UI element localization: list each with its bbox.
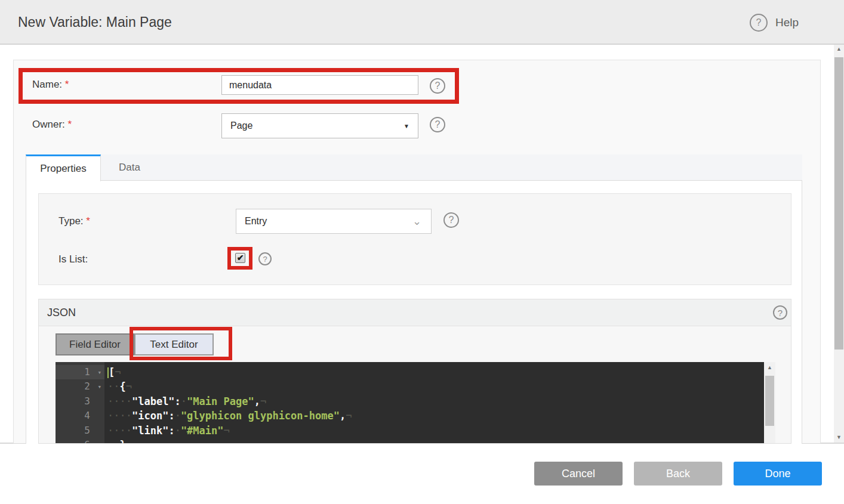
owner-help-icon[interactable]: ? <box>430 117 445 132</box>
type-label: Type: * <box>58 215 90 227</box>
line-number: 1▾ <box>56 365 104 379</box>
type-select[interactable]: Entry ⌄ <box>236 209 432 234</box>
code-text: ··} <box>104 438 126 443</box>
scroll-up-icon[interactable]: ▲ <box>834 45 844 53</box>
editor-scrollbar-thumb[interactable] <box>765 376 774 426</box>
code-line-5[interactable]: 5····"link":·"#Main"¬ <box>56 423 764 438</box>
field-editor-button[interactable]: Field Editor <box>56 333 134 355</box>
dialog-header: New Variable: Main Page ? Help <box>0 0 844 45</box>
json-group: JSON ? Field Editor Text Editor 1▾[¬2▾··… <box>38 299 791 444</box>
question-circle-icon: ? <box>750 14 768 32</box>
is-list-label: Is List: <box>58 253 88 265</box>
tab-bar: Properties Data <box>26 154 802 181</box>
json-code-editor[interactable]: 1▾[¬2▾··{¬3····"label":·"Main Page",¬4··… <box>56 362 775 443</box>
editor-scrollbar[interactable]: ▲ <box>764 362 775 443</box>
required-asterisk: * <box>68 119 72 130</box>
json-group-header: JSON <box>39 299 791 326</box>
help-button[interactable]: ? Help <box>750 0 799 45</box>
done-button[interactable]: Done <box>734 462 822 486</box>
is-list-help-icon[interactable]: ? <box>258 252 272 265</box>
tab-data[interactable]: Data <box>101 154 158 181</box>
code-text: ··{¬ <box>104 379 132 394</box>
fold-arrow-icon[interactable]: ▾ <box>97 366 101 380</box>
page-scrollbar-thumb[interactable] <box>834 57 843 350</box>
code-text: ····"link":·"#Main"¬ <box>104 423 230 438</box>
editor-code-lines[interactable]: 1▾[¬2▾··{¬3····"label":·"Main Page",¬4··… <box>56 362 764 443</box>
line-number: 2▾ <box>56 379 104 394</box>
name-help-icon[interactable]: ? <box>430 78 445 94</box>
line-number: 4 <box>56 409 104 423</box>
name-label: Name: * <box>32 79 69 91</box>
owner-label: Owner: * <box>32 119 72 131</box>
dropdown-arrow-icon: ▼ <box>403 123 409 129</box>
required-asterisk: * <box>86 215 90 227</box>
name-input[interactable] <box>221 75 418 95</box>
form-panel: Name: * ? Owner: * Page ▼ ? Properties D… <box>13 60 821 443</box>
code-line-1[interactable]: 1▾[¬ <box>56 365 764 379</box>
scroll-down-icon[interactable]: ▼ <box>834 433 844 441</box>
code-text: [¬ <box>104 365 121 379</box>
text-editor-button[interactable]: Text Editor <box>134 333 214 355</box>
code-line-4[interactable]: 4····"icon":·"glyphicon glyphicon-home",… <box>56 409 764 423</box>
tab-properties[interactable]: Properties <box>26 154 101 181</box>
code-text: ····"icon":·"glyphicon glyphicon-home",¬ <box>104 409 352 423</box>
page-scrollbar[interactable]: ▲ ▼ <box>834 45 844 443</box>
owner-select[interactable]: Page ▼ <box>221 113 418 138</box>
json-title: JSON <box>47 299 76 326</box>
code-line-3[interactable]: 3····"label":·"Main Page",¬ <box>56 394 764 409</box>
type-help-icon[interactable]: ? <box>443 212 459 228</box>
new-variable-dialog: New Variable: Main Page ? Help ▲ ▼ Name:… <box>0 0 844 504</box>
is-list-checkbox[interactable]: ✔ <box>235 253 245 263</box>
tab-content-properties: Type: * Entry ⌄ ? Is List: ✔ ? JSON ? <box>26 181 802 444</box>
required-asterisk: * <box>65 79 69 90</box>
fold-arrow-icon[interactable]: ▾ <box>97 380 101 394</box>
line-number: 5 <box>56 423 104 438</box>
chevron-down-icon: ⌄ <box>412 215 421 228</box>
cancel-button[interactable]: Cancel <box>534 462 623 486</box>
back-button[interactable]: Back <box>634 462 722 486</box>
scroll-up-icon[interactable]: ▲ <box>765 363 775 372</box>
json-help-icon[interactable]: ? <box>773 305 787 320</box>
owner-selected-value: Page <box>230 120 252 131</box>
code-text: ····"label":·"Main Page",¬ <box>104 394 266 409</box>
help-label: Help <box>775 16 799 29</box>
line-number: 3 <box>56 394 104 409</box>
code-line-6[interactable]: 6··} <box>56 438 764 443</box>
type-selected-value: Entry <box>245 216 267 227</box>
line-number: 6 <box>56 438 104 443</box>
page-title: New Variable: Main Page <box>18 0 172 45</box>
properties-group: Type: * Entry ⌄ ? Is List: ✔ ? <box>38 193 791 285</box>
code-line-2[interactable]: 2▾··{¬ <box>56 379 764 394</box>
